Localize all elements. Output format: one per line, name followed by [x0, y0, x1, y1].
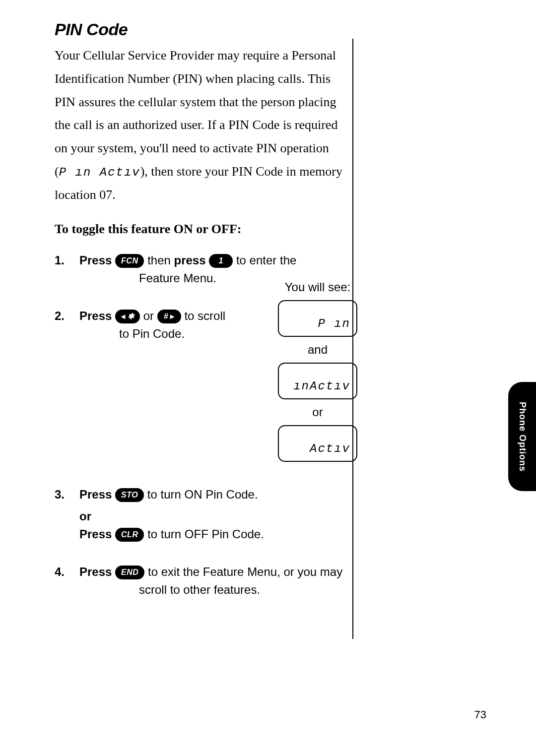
you-will-see-label: You will see: — [278, 278, 357, 296]
step4-tail: to exit the Feature Menu, or you may — [148, 565, 342, 578]
or-text: or — [140, 309, 157, 322]
end-key-icon: END — [115, 566, 144, 579]
step-2: Press ✱ or # to scroll to Pin Code. You … — [55, 307, 352, 466]
clr-key-icon: CLR — [115, 528, 144, 542]
step-4: Press END to exit the Feature Menu, or y… — [55, 563, 352, 599]
fcn-key-icon: FCN — [115, 254, 144, 268]
page-title: PIN Code — [55, 20, 352, 39]
intro-text-pre: Your Cellular Service Provider may requi… — [55, 48, 337, 179]
section-tab: Phone Options — [508, 382, 536, 491]
step3-on-tail: to turn ON Pin Code. — [147, 488, 258, 501]
and-label: and — [278, 341, 357, 359]
step2-tail: to scroll — [184, 309, 225, 322]
star-left-key-icon: ✱ — [115, 310, 140, 323]
or-bold-label: or — [79, 509, 91, 523]
press-label: Press — [79, 527, 112, 541]
intro-paragraph: Your Cellular Service Provider may requi… — [55, 44, 352, 207]
lcd-display-inactiv: ınActıv — [278, 363, 357, 399]
press-label: Press — [79, 488, 112, 501]
intro-seg-display: P ın Actıv — [59, 166, 140, 179]
press-label: press — [174, 253, 206, 267]
hash-right-key-icon: # — [157, 310, 181, 323]
step3-off-tail: to turn OFF Pin Code. — [147, 527, 264, 541]
step-3: Press STO to turn ON Pin Code. or Press … — [55, 486, 352, 543]
steps-list: Press FCN then press 1 to enter the Feat… — [55, 252, 352, 599]
step4-line2: scroll to other features. — [139, 581, 352, 599]
step2-line2: to Pin Code. — [119, 325, 268, 343]
press-label: Press — [79, 565, 112, 578]
press-label: Press — [79, 253, 112, 267]
sto-key-icon: STO — [115, 488, 144, 502]
step1-tail: to enter the — [236, 253, 296, 267]
section-tab-label: Phone Options — [517, 402, 528, 472]
subheading: To toggle this feature ON or OFF: — [55, 222, 352, 237]
press-label: Press — [79, 309, 112, 322]
one-key-icon: 1 — [209, 254, 233, 268]
or-label: or — [278, 403, 357, 421]
page-number: 73 — [474, 708, 486, 721]
lcd-display-activ: Actıv — [278, 425, 357, 462]
then-text: then — [147, 253, 174, 267]
lcd-display-pin: P ın — [278, 300, 357, 337]
